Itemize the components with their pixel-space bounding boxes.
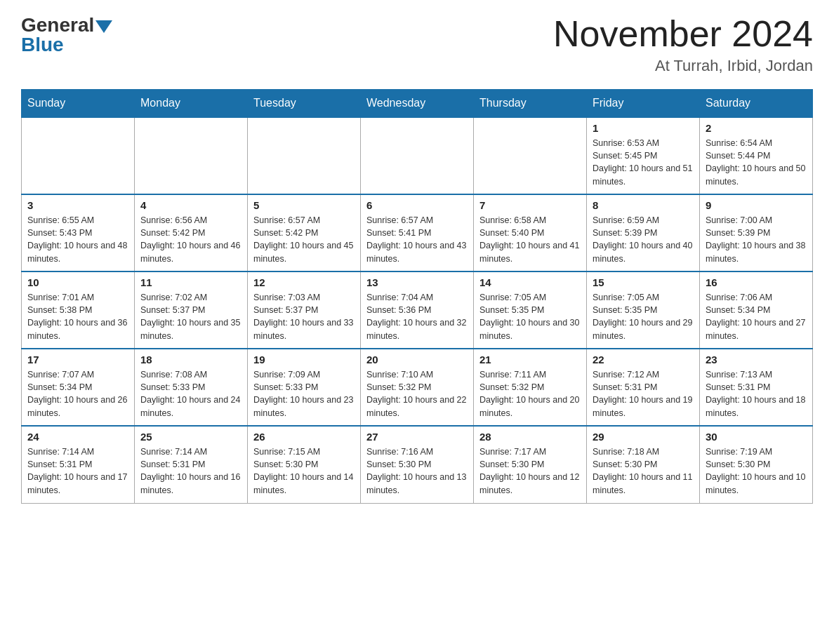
day-info: Sunrise: 7:03 AMSunset: 5:37 PMDaylight:…	[253, 291, 355, 342]
week-row-1: 1Sunrise: 6:53 AMSunset: 5:45 PMDaylight…	[22, 117, 813, 194]
day-info: Sunrise: 7:17 AMSunset: 5:30 PMDaylight:…	[479, 445, 581, 497]
day-number: 11	[140, 276, 241, 288]
day-info: Sunrise: 7:10 AMSunset: 5:32 PMDaylight:…	[366, 368, 468, 420]
day-info: Sunrise: 7:02 AMSunset: 5:37 PMDaylight:…	[140, 291, 241, 342]
calendar-cell: 6Sunrise: 6:57 AMSunset: 5:41 PMDaylight…	[361, 194, 474, 271]
day-info: Sunrise: 6:57 AMSunset: 5:41 PMDaylight:…	[366, 214, 468, 265]
logo: General Blue	[21, 14, 112, 56]
day-info: Sunrise: 7:05 AMSunset: 5:35 PMDaylight:…	[593, 291, 694, 342]
calendar-cell: 3Sunrise: 6:55 AMSunset: 5:43 PMDaylight…	[22, 194, 135, 271]
logo-triangle-icon	[95, 20, 112, 33]
day-number: 6	[366, 199, 468, 211]
calendar-cell: 2Sunrise: 6:54 AMSunset: 5:44 PMDaylight…	[700, 117, 813, 194]
day-info: Sunrise: 6:55 AMSunset: 5:43 PMDaylight:…	[27, 214, 128, 265]
page-header: General Blue November 2024 At Turrah, Ir…	[21, 14, 813, 75]
day-info: Sunrise: 7:05 AMSunset: 5:35 PMDaylight:…	[479, 291, 581, 342]
calendar-cell: 18Sunrise: 7:08 AMSunset: 5:33 PMDayligh…	[135, 349, 248, 426]
day-info: Sunrise: 6:58 AMSunset: 5:40 PMDaylight:…	[479, 214, 581, 265]
calendar-cell	[474, 117, 587, 194]
day-number: 5	[253, 199, 355, 211]
calendar-cell: 5Sunrise: 6:57 AMSunset: 5:42 PMDaylight…	[248, 194, 361, 271]
calendar-header-wednesday: Wednesday	[361, 90, 474, 118]
day-number: 29	[593, 431, 694, 443]
calendar-header-sunday: Sunday	[22, 90, 135, 118]
day-number: 9	[706, 199, 807, 211]
calendar-header-thursday: Thursday	[474, 90, 587, 118]
calendar-header-friday: Friday	[587, 90, 700, 118]
day-number: 28	[479, 431, 581, 443]
calendar-cell: 14Sunrise: 7:05 AMSunset: 5:35 PMDayligh…	[474, 271, 587, 349]
day-number: 3	[27, 199, 128, 211]
calendar-cell: 22Sunrise: 7:12 AMSunset: 5:31 PMDayligh…	[587, 349, 700, 426]
day-info: Sunrise: 6:54 AMSunset: 5:44 PMDaylight:…	[706, 137, 807, 188]
day-number: 10	[27, 276, 128, 288]
day-number: 2	[706, 122, 807, 134]
calendar-cell: 7Sunrise: 6:58 AMSunset: 5:40 PMDaylight…	[474, 194, 587, 271]
day-number: 27	[366, 431, 468, 443]
month-title: November 2024	[553, 14, 813, 54]
title-block: November 2024 At Turrah, Irbid, Jordan	[553, 14, 813, 75]
day-number: 20	[366, 354, 468, 365]
calendar-cell: 1Sunrise: 6:53 AMSunset: 5:45 PMDaylight…	[587, 117, 700, 194]
week-row-4: 17Sunrise: 7:07 AMSunset: 5:34 PMDayligh…	[22, 349, 813, 426]
day-info: Sunrise: 7:11 AMSunset: 5:32 PMDaylight:…	[479, 368, 581, 420]
day-info: Sunrise: 7:14 AMSunset: 5:31 PMDaylight:…	[27, 445, 128, 497]
day-info: Sunrise: 6:59 AMSunset: 5:39 PMDaylight:…	[593, 214, 694, 265]
calendar-cell: 21Sunrise: 7:11 AMSunset: 5:32 PMDayligh…	[474, 349, 587, 426]
calendar-cell: 11Sunrise: 7:02 AMSunset: 5:37 PMDayligh…	[135, 271, 248, 349]
calendar-cell: 16Sunrise: 7:06 AMSunset: 5:34 PMDayligh…	[700, 271, 813, 349]
day-info: Sunrise: 7:09 AMSunset: 5:33 PMDaylight:…	[253, 368, 355, 420]
calendar-header-saturday: Saturday	[700, 90, 813, 118]
calendar-cell: 30Sunrise: 7:19 AMSunset: 5:30 PMDayligh…	[700, 426, 813, 503]
week-row-2: 3Sunrise: 6:55 AMSunset: 5:43 PMDaylight…	[22, 194, 813, 271]
day-number: 21	[479, 354, 581, 365]
location-subtitle: At Turrah, Irbid, Jordan	[553, 57, 813, 75]
logo-blue-text: Blue	[21, 34, 64, 56]
day-info: Sunrise: 7:16 AMSunset: 5:30 PMDaylight:…	[366, 445, 468, 497]
day-info: Sunrise: 7:13 AMSunset: 5:31 PMDaylight:…	[706, 368, 807, 420]
day-info: Sunrise: 7:01 AMSunset: 5:38 PMDaylight:…	[27, 291, 128, 342]
day-number: 7	[479, 199, 581, 211]
day-number: 24	[27, 431, 128, 443]
calendar-cell: 28Sunrise: 7:17 AMSunset: 5:30 PMDayligh…	[474, 426, 587, 503]
calendar-cell: 10Sunrise: 7:01 AMSunset: 5:38 PMDayligh…	[22, 271, 135, 349]
day-info: Sunrise: 6:56 AMSunset: 5:42 PMDaylight:…	[140, 214, 241, 265]
calendar-header-row: SundayMondayTuesdayWednesdayThursdayFrid…	[22, 90, 813, 118]
day-number: 15	[593, 276, 694, 288]
day-number: 14	[479, 276, 581, 288]
calendar-table: SundayMondayTuesdayWednesdayThursdayFrid…	[21, 89, 813, 504]
calendar-cell: 12Sunrise: 7:03 AMSunset: 5:37 PMDayligh…	[248, 271, 361, 349]
day-number: 16	[706, 276, 807, 288]
day-info: Sunrise: 6:53 AMSunset: 5:45 PMDaylight:…	[593, 137, 694, 188]
calendar-cell: 29Sunrise: 7:18 AMSunset: 5:30 PMDayligh…	[587, 426, 700, 503]
day-number: 8	[593, 199, 694, 211]
calendar-cell: 13Sunrise: 7:04 AMSunset: 5:36 PMDayligh…	[361, 271, 474, 349]
calendar-cell: 17Sunrise: 7:07 AMSunset: 5:34 PMDayligh…	[22, 349, 135, 426]
calendar-cell: 19Sunrise: 7:09 AMSunset: 5:33 PMDayligh…	[248, 349, 361, 426]
calendar-header-monday: Monday	[135, 90, 248, 118]
day-number: 22	[593, 354, 694, 365]
week-row-3: 10Sunrise: 7:01 AMSunset: 5:38 PMDayligh…	[22, 271, 813, 349]
calendar-cell: 23Sunrise: 7:13 AMSunset: 5:31 PMDayligh…	[700, 349, 813, 426]
calendar-cell	[135, 117, 248, 194]
day-number: 26	[253, 431, 355, 443]
day-number: 4	[140, 199, 241, 211]
day-number: 12	[253, 276, 355, 288]
day-info: Sunrise: 7:18 AMSunset: 5:30 PMDaylight:…	[593, 445, 694, 497]
week-row-5: 24Sunrise: 7:14 AMSunset: 5:31 PMDayligh…	[22, 426, 813, 503]
day-info: Sunrise: 7:06 AMSunset: 5:34 PMDaylight:…	[706, 291, 807, 342]
calendar-cell: 27Sunrise: 7:16 AMSunset: 5:30 PMDayligh…	[361, 426, 474, 503]
calendar-cell: 9Sunrise: 7:00 AMSunset: 5:39 PMDaylight…	[700, 194, 813, 271]
day-info: Sunrise: 7:04 AMSunset: 5:36 PMDaylight:…	[366, 291, 468, 342]
day-info: Sunrise: 7:07 AMSunset: 5:34 PMDaylight:…	[27, 368, 128, 420]
calendar-header-tuesday: Tuesday	[248, 90, 361, 118]
calendar-cell: 26Sunrise: 7:15 AMSunset: 5:30 PMDayligh…	[248, 426, 361, 503]
calendar-cell	[248, 117, 361, 194]
calendar-cell	[361, 117, 474, 194]
day-number: 17	[27, 354, 128, 365]
day-info: Sunrise: 7:00 AMSunset: 5:39 PMDaylight:…	[706, 214, 807, 265]
day-number: 25	[140, 431, 241, 443]
day-info: Sunrise: 7:19 AMSunset: 5:30 PMDaylight:…	[706, 445, 807, 497]
day-number: 23	[706, 354, 807, 365]
day-number: 13	[366, 276, 468, 288]
